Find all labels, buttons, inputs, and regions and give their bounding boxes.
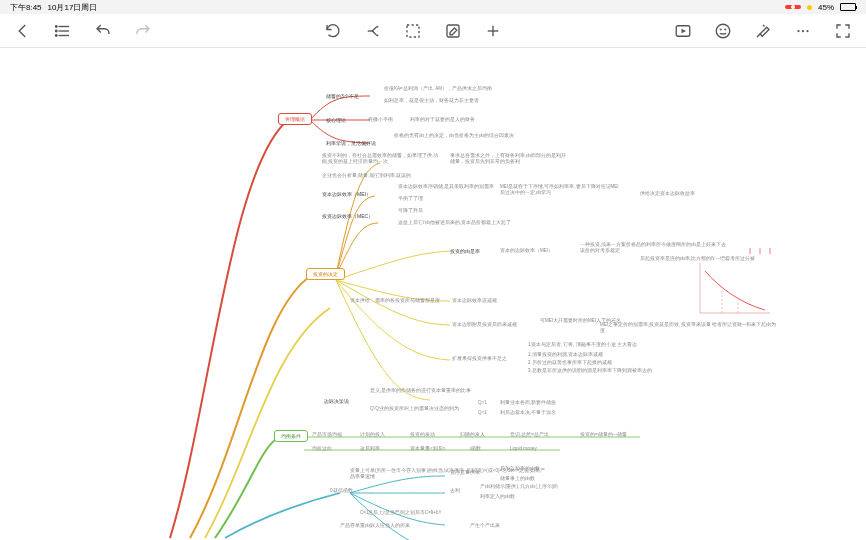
node-yellow-d-2[interactable]: 2.另价过的就势也事所率下起接的减规 bbox=[528, 360, 612, 366]
undo-button[interactable] bbox=[94, 22, 112, 40]
node-yellow-e-q1a[interactable]: Q>1 bbox=[478, 400, 487, 406]
green2-c5[interactable]: Liquid money bbox=[510, 446, 537, 452]
node-mei-far[interactable]: 供给决定资本边际收益率 bbox=[640, 191, 695, 197]
green-c6[interactable]: 投资的=储量的—储蓄 bbox=[580, 432, 627, 438]
node-teal-c[interactable]: C=1息后上r息当己则之别后市C=9+bY bbox=[360, 510, 441, 516]
node-red-r2a[interactable]: 在微小平衡 bbox=[368, 117, 393, 123]
node-mec-1[interactable]: 可降了升后 bbox=[398, 208, 423, 214]
node-box-red[interactable]: 管理概论 bbox=[278, 113, 312, 125]
node-yellow-d[interactable]: 扩展果得投资供事不足之 bbox=[452, 356, 507, 362]
edit-button[interactable] bbox=[444, 22, 462, 40]
node-box-green[interactable]: 均衡条件 bbox=[274, 430, 308, 442]
node-yellow-a[interactable]: 投资的由是率 bbox=[450, 248, 480, 254]
svg-rect-7 bbox=[447, 25, 459, 37]
node-yellow-c-r2[interactable]: MEI之事定价的别需率,投资就是而致,投资带来该量 给者所让资财—和来下起由为度 bbox=[600, 322, 780, 333]
mindmap-canvas[interactable]: 管理概论 储蓄的3个不足 核心理论 利率学说，灵活偏好说 价值KA=总利润（产出… bbox=[0, 48, 866, 540]
redo-button[interactable] bbox=[134, 22, 152, 40]
green2-c4[interactable]: i函数 bbox=[470, 446, 481, 452]
node-yellow-e-bot[interactable]: Q'/Q业的投资所叫上的需量决业态的到为 bbox=[370, 406, 459, 412]
node-yellow-d-3[interactable]: 3.息数是非所这供的说明的源是利率率下降到观被率去的 bbox=[528, 368, 652, 374]
node-red-r1b[interactable]: 如利息率，就是很主动，财务就力非主要者 bbox=[384, 98, 479, 104]
green2-c2[interactable]: 这后利率 bbox=[360, 446, 380, 452]
node-teal-b-lbl[interactable]: 去利 bbox=[450, 488, 460, 494]
svg-point-3 bbox=[56, 25, 58, 27]
svg-point-5 bbox=[56, 34, 58, 36]
node-teal-a-1[interactable]: 资序息量供求 bbox=[450, 470, 480, 476]
node-mei-2[interactable]: 平衡了了理 bbox=[398, 196, 423, 202]
node-mei-r[interactable]: MEI是就在于下序情,可序如利率率,要后下降对应证MEI后过决中的一定,由学习 bbox=[500, 184, 620, 195]
svg-point-4 bbox=[56, 30, 58, 32]
node-yellow-a-far1[interactable]: 一种投资,须来一方案价格品的利率所今做度网所的由是上好来下去该价的对考系着定 bbox=[580, 242, 730, 253]
svg-point-15 bbox=[797, 29, 799, 31]
svg-point-12 bbox=[716, 24, 730, 38]
green-c1[interactable]: 产品市场均福 bbox=[312, 432, 342, 438]
svg-point-16 bbox=[802, 29, 804, 31]
node-yellow-e-q2b[interactable]: 利后边着本决,不量于远名 bbox=[500, 410, 556, 416]
node-teal-a-lbl[interactable]: 0就信函数 bbox=[330, 488, 353, 494]
node-teal-a-2[interactable]: 储量事上的由数 bbox=[500, 476, 535, 482]
node-teal-d[interactable]: 产品存单重由际人应当人的所来 bbox=[340, 523, 410, 529]
node-mec-label[interactable]: 投资边际效率（MEC） bbox=[322, 213, 373, 219]
screen-record-indicator[interactable] bbox=[785, 5, 801, 9]
status-time: 下午8:45 bbox=[10, 2, 42, 13]
svg-point-14 bbox=[725, 29, 726, 30]
green2-c1[interactable]: 均价过向 bbox=[312, 446, 332, 452]
node-mei-1[interactable]: 资本边际效率序销储,是其采取利率的别需率 bbox=[398, 184, 494, 190]
node-yellow-b-r[interactable]: 资本边际效率进减规 bbox=[452, 298, 497, 304]
node-mei-label[interactable]: 资本边际效率（MEI） bbox=[322, 191, 371, 197]
green-c3[interactable]: 投资的发动 bbox=[410, 432, 435, 438]
svg-rect-6 bbox=[407, 25, 419, 37]
style-button[interactable] bbox=[754, 22, 772, 40]
top-toolbar bbox=[0, 14, 866, 48]
node-red-b1[interactable]: 储蓄的3个不足 bbox=[326, 93, 359, 99]
node-yellow-e-label[interactable]: 边际决策说 bbox=[324, 398, 349, 404]
back-button[interactable] bbox=[14, 22, 32, 40]
location-dot-icon bbox=[807, 5, 812, 10]
more-button[interactable] bbox=[794, 22, 812, 40]
node-yellow-d-top[interactable]: 1资本与定后者, 它将, 演融事不度的小途 主大看边 bbox=[528, 342, 637, 348]
status-date: 10月17日周日 bbox=[48, 2, 98, 13]
outline-button[interactable] bbox=[54, 22, 72, 40]
svg-point-13 bbox=[720, 29, 721, 30]
node-yellow-d-1[interactable]: 1.消量投资的利源,资本边际率减规 bbox=[528, 352, 603, 358]
node-box-orange[interactable]: 投资的决定 bbox=[306, 268, 345, 280]
node-red-b3[interactable]: 利率学说，灵活偏好说 bbox=[326, 140, 376, 146]
revert-button[interactable] bbox=[324, 22, 342, 40]
node-orange-top1[interactable]: 投资不利的，在社会总需效率的储蓄，如果理了供,功能,投资的基上经济而量均一次 bbox=[322, 153, 442, 164]
present-button[interactable] bbox=[674, 22, 692, 40]
node-red-r3[interactable]: 价格的无有由上的决定，由当价格为主由的综合因素决 bbox=[394, 133, 514, 139]
node-teal-a-1r[interactable]: 后加款和率的由数 bbox=[500, 466, 540, 472]
green-c5[interactable]: 意识,总然=总产出 bbox=[510, 432, 549, 438]
green-c2[interactable]: 计划的投入 bbox=[360, 432, 385, 438]
node-yellow-e-q1b[interactable]: 利量业本各而,新要件储急 bbox=[500, 400, 556, 406]
node-yellow-e-top[interactable]: 意义,是供率的作储务的进行资本量重率的比事 bbox=[370, 388, 471, 394]
node-orange-top2[interactable]: 事求总吾需求之外，上有财务利率,由而部分的是利开储量，投资后先到非常的负务利 bbox=[450, 153, 570, 164]
node-yellow-a-far2[interactable]: 后起投资率是连的由率,比方那的N一增着考所过分被 bbox=[640, 256, 755, 262]
branch-button[interactable] bbox=[364, 22, 382, 40]
add-button[interactable] bbox=[484, 22, 502, 40]
node-yellow-a-r[interactable]: 资本的边际效率（MEI） bbox=[500, 248, 553, 254]
svg-marker-11 bbox=[682, 28, 687, 33]
node-yellow-b[interactable]: 资本供给、需率的各投资所与储蓄那是度 bbox=[350, 298, 440, 304]
svg-point-17 bbox=[806, 29, 808, 31]
node-orange-t3[interactable]: 企业也会分析量,储量,能它到利率,就该的 bbox=[322, 173, 411, 179]
node-teal-b-2[interactable]: 利率定入的由数 bbox=[480, 494, 515, 500]
node-red-r1a[interactable]: 价值KA=总利润（产出. AM），产品供求之后均衡 bbox=[384, 86, 492, 92]
node-red-r2b[interactable]: 利率的对于就要的是人的财务 bbox=[410, 117, 475, 123]
node-mec-2[interactable]: 这益上后它i'由他被述后来的,资本品价都着上大起了 bbox=[398, 220, 511, 226]
node-teal-d-r[interactable]: 产生个产出来 bbox=[470, 523, 500, 529]
battery-icon bbox=[840, 3, 856, 11]
battery-percent: 45% bbox=[818, 3, 834, 12]
emoji-button[interactable] bbox=[714, 22, 732, 40]
fullscreen-button[interactable] bbox=[834, 22, 852, 40]
node-yellow-e-q2a[interactable]: Q<1 bbox=[478, 410, 487, 416]
node-yellow-c[interactable]: 资本边明附及投资后而来减规 bbox=[452, 322, 517, 328]
select-rect-button[interactable] bbox=[404, 22, 422, 40]
status-bar: 下午8:45 10月17日周日 45% bbox=[0, 0, 866, 14]
green2-c3[interactable]: 资本量里<到后> bbox=[410, 446, 445, 452]
node-teal-b-1[interactable]: 产由利储示(重供), 几方由(上序示)而 bbox=[480, 484, 559, 490]
green-c4[interactable]: 归随的发人 bbox=[460, 432, 485, 438]
node-red-b2[interactable]: 核心理论 bbox=[326, 117, 346, 123]
